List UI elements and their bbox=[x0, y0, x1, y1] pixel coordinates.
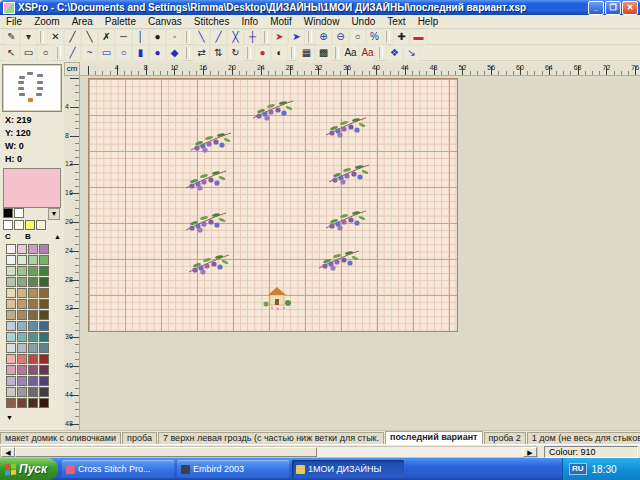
palette-swatch-36[interactable] bbox=[6, 343, 16, 353]
straight-stitch-tool[interactable]: │ bbox=[132, 29, 149, 45]
recent-color-swatch-0[interactable] bbox=[3, 220, 13, 230]
zoom-out-tool[interactable]: ⊖ bbox=[332, 29, 349, 45]
palette-swatch-33[interactable] bbox=[17, 332, 27, 342]
palette-swatch-40[interactable] bbox=[6, 354, 16, 364]
curve-tool[interactable]: ~ bbox=[81, 45, 98, 61]
horizontal-scrollbar[interactable]: ◀ ▶ bbox=[0, 446, 538, 458]
palette-swatch-38[interactable] bbox=[28, 343, 38, 353]
palette-swatch-30[interactable] bbox=[28, 321, 38, 331]
pencil-tool[interactable]: ✎ bbox=[3, 29, 20, 45]
close-button[interactable]: ✕ bbox=[622, 1, 638, 15]
select-tool[interactable]: ↖ bbox=[3, 45, 20, 61]
palette-swatch-20[interactable] bbox=[6, 299, 16, 309]
palette-swatch-15[interactable] bbox=[39, 277, 49, 287]
backstitch-tool[interactable]: ─ bbox=[115, 29, 132, 45]
palette-swatch-44[interactable] bbox=[6, 365, 16, 375]
palette-swatch-0[interactable] bbox=[6, 244, 16, 254]
palette-swatch-2[interactable] bbox=[28, 244, 38, 254]
menu-item-motif[interactable]: Motif bbox=[264, 16, 298, 27]
menu-item-zoom[interactable]: Zoom bbox=[28, 16, 66, 27]
palette-swatch-10[interactable] bbox=[28, 266, 38, 276]
palette-swatch-58[interactable] bbox=[28, 398, 38, 408]
palette-swatch-12[interactable] bbox=[6, 277, 16, 287]
menu-item-palette[interactable]: Palette bbox=[99, 16, 142, 27]
recent-color-swatch-1[interactable] bbox=[14, 220, 24, 230]
scroll-thumb[interactable] bbox=[15, 447, 317, 457]
rect-tool[interactable]: ▭ bbox=[98, 45, 115, 61]
tab-4[interactable]: последний вариант bbox=[385, 431, 482, 444]
palette-swatch-29[interactable] bbox=[17, 321, 27, 331]
maximize-button[interactable]: ❐ bbox=[605, 1, 621, 15]
pan-tool[interactable]: ✚ bbox=[393, 29, 410, 45]
filled-ellipse-tool[interactable]: ● bbox=[149, 45, 166, 61]
recent-color-swatch-2[interactable] bbox=[25, 220, 35, 230]
palette-tool[interactable]: ◐ bbox=[271, 45, 288, 61]
palette-swatch-21[interactable] bbox=[17, 299, 27, 309]
palette-swatch-4[interactable] bbox=[6, 255, 16, 265]
palette-swatch-25[interactable] bbox=[17, 310, 27, 320]
zoom-in-tool[interactable]: ⊕ bbox=[315, 29, 332, 45]
palette-swatch-18[interactable] bbox=[28, 288, 38, 298]
taskbar-button-1[interactable]: Cross Stitch Pro... bbox=[62, 460, 174, 478]
palette-swatch-7[interactable] bbox=[39, 255, 49, 265]
recent-color-swatch-3[interactable] bbox=[36, 220, 46, 230]
preview-design[interactable] bbox=[2, 64, 62, 112]
palette-swatch-35[interactable] bbox=[39, 332, 49, 342]
palette-swatch-54[interactable] bbox=[28, 387, 38, 397]
palette-swatch-9[interactable] bbox=[17, 266, 27, 276]
tab-2[interactable]: проба bbox=[122, 432, 157, 444]
color-picker-tool[interactable]: ● bbox=[254, 45, 271, 61]
menu-item-help[interactable]: Help bbox=[412, 16, 445, 27]
color-dropdown-button[interactable]: ▼ bbox=[48, 208, 60, 220]
palette-swatch-28[interactable] bbox=[6, 321, 16, 331]
palette-swatch-42[interactable] bbox=[28, 354, 38, 364]
palette-swatch-13[interactable] bbox=[17, 277, 27, 287]
language-indicator[interactable]: RU bbox=[569, 463, 587, 475]
palette-swatch-34[interactable] bbox=[28, 332, 38, 342]
palette-swatch-1[interactable] bbox=[17, 244, 27, 254]
mirror-vertical-tool[interactable]: ⇅ bbox=[210, 45, 227, 61]
palette-swatch-31[interactable] bbox=[39, 321, 49, 331]
palette-swatch-55[interactable] bbox=[39, 387, 49, 397]
taskbar-button-2[interactable]: Embird 2003 bbox=[177, 460, 289, 478]
palette-swatch-53[interactable] bbox=[17, 387, 27, 397]
menu-item-stitches[interactable]: Stitches bbox=[188, 16, 236, 27]
palette-swatch-3[interactable] bbox=[39, 244, 49, 254]
mirror-horizontal-tool[interactable]: ⇄ bbox=[193, 45, 210, 61]
palette-swatch-46[interactable] bbox=[28, 365, 38, 375]
grid-toggle[interactable]: ▦ bbox=[298, 45, 315, 61]
current-color-swatch-0[interactable] bbox=[3, 208, 13, 218]
scroll-left-button[interactable]: ◀ bbox=[1, 447, 15, 457]
filled-rect-tool[interactable]: ▮ bbox=[132, 45, 149, 61]
palette-swatch-24[interactable] bbox=[6, 310, 16, 320]
highlight-tool[interactable]: ▬ bbox=[410, 29, 427, 45]
ellipse-tool[interactable]: ○ bbox=[115, 45, 132, 61]
menu-item-info[interactable]: Info bbox=[235, 16, 264, 27]
clock[interactable]: 18:30 bbox=[592, 464, 617, 475]
forward-arrow-tool[interactable]: ➤ bbox=[271, 29, 288, 45]
couching-tool[interactable]: ┼ bbox=[244, 29, 261, 45]
french-knot-tool[interactable]: ● bbox=[149, 29, 166, 45]
tab-5[interactable]: проба 2 bbox=[484, 432, 526, 444]
palette-swatch-14[interactable] bbox=[28, 277, 38, 287]
zoom-fit-tool[interactable]: ○ bbox=[349, 29, 366, 45]
palette-swatch-47[interactable] bbox=[39, 365, 49, 375]
palette-swatch-48[interactable] bbox=[6, 376, 16, 386]
palette-swatch-17[interactable] bbox=[17, 288, 27, 298]
palette-swatch-37[interactable] bbox=[17, 343, 27, 353]
text-tool-small[interactable]: Aa bbox=[342, 45, 359, 61]
motif-library-tool[interactable]: ❖ bbox=[386, 45, 403, 61]
quarter-stitch-tool[interactable]: ╲ bbox=[81, 29, 98, 45]
palette-swatch-11[interactable] bbox=[39, 266, 49, 276]
palette-swatch-22[interactable] bbox=[28, 299, 38, 309]
start-button[interactable]: Пуск bbox=[0, 458, 58, 480]
menu-item-window[interactable]: Window bbox=[298, 16, 346, 27]
palette-swatch-16[interactable] bbox=[6, 288, 16, 298]
palette-swatch-32[interactable] bbox=[6, 332, 16, 342]
palette-scroll-up-button[interactable]: ▲ bbox=[54, 233, 61, 241]
scroll-right-button[interactable]: ▶ bbox=[523, 447, 537, 457]
minimize-button[interactable]: _ bbox=[588, 1, 604, 15]
taskbar-button-3[interactable]: 1МОИ ДИЗАЙНЫ bbox=[292, 460, 404, 478]
palette-swatch-50[interactable] bbox=[28, 376, 38, 386]
lasso-tool[interactable]: ○ bbox=[37, 45, 54, 61]
